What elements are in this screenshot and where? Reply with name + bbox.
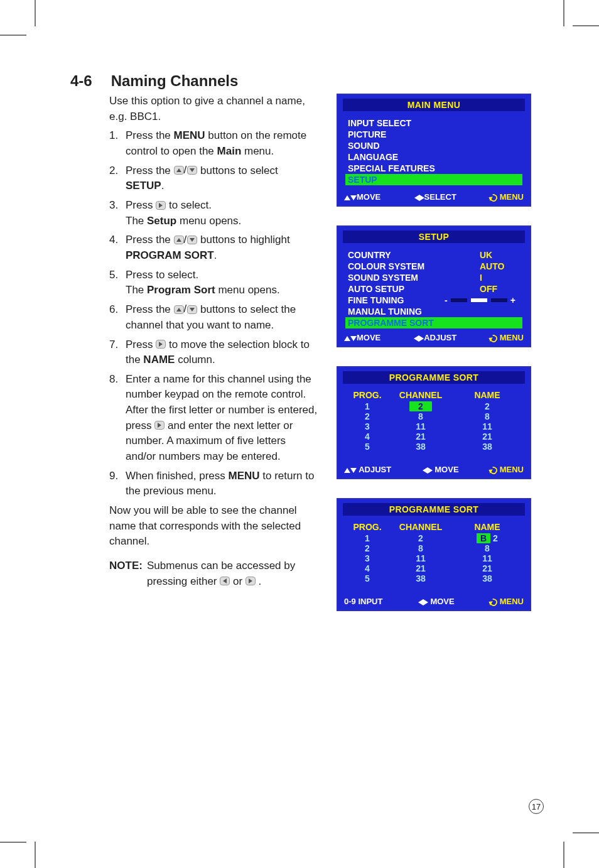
crop-mark bbox=[0, 35, 26, 36]
step-item: 2.Press the / buttons to select SETUP. bbox=[109, 163, 319, 194]
footer-menu: MENU bbox=[490, 192, 524, 202]
panel-title: PROGRAMME SORT bbox=[343, 371, 525, 384]
table-row[interactable]: 288 bbox=[345, 543, 522, 553]
step-body: Press to select.The Setup menu opens. bbox=[126, 198, 319, 229]
up-down-button-icon: / bbox=[174, 232, 198, 248]
note-text: or bbox=[233, 575, 246, 587]
crop-mark bbox=[563, 842, 564, 868]
step-item: 3.Press to select.The Setup menu opens. bbox=[109, 198, 319, 229]
tv-panel-programme-sort-2: PROGRAMME SORT PROG.CHANNELNAME12B 22883… bbox=[337, 498, 531, 611]
table-row[interactable]: 31111 bbox=[345, 553, 522, 563]
step-number: 8. bbox=[109, 372, 126, 465]
table-row[interactable]: 122 bbox=[345, 401, 522, 411]
menu-item[interactable]: SPECIAL FEATURES bbox=[345, 163, 522, 174]
table-row[interactable]: 42121 bbox=[345, 563, 522, 573]
table-row[interactable]: 12B 2 bbox=[345, 533, 522, 543]
crop-mark bbox=[573, 832, 599, 833]
table-header: PROG.CHANNELNAME bbox=[345, 390, 522, 400]
footer-move: MOVE bbox=[423, 465, 459, 474]
footer-select: SELECT bbox=[414, 192, 456, 202]
up-down-button-icon: / bbox=[174, 301, 198, 317]
step-number: 3. bbox=[109, 198, 126, 229]
menu-item[interactable]: PICTURE bbox=[345, 129, 522, 140]
note-text: . bbox=[259, 575, 262, 587]
crop-mark bbox=[0, 842, 26, 843]
step-item: 8.Enter a name for this channel using th… bbox=[109, 372, 319, 465]
menu-item[interactable]: COLOUR SYSTEMAUTO bbox=[345, 261, 522, 272]
crop-mark bbox=[563, 0, 564, 26]
step-item: 4.Press the / buttons to highlight PROGR… bbox=[109, 232, 319, 263]
footer-menu: MENU bbox=[490, 465, 524, 474]
menu-item[interactable]: MANUAL TUNING bbox=[345, 306, 522, 317]
right-button-icon bbox=[156, 340, 166, 349]
panel-title: SETUP bbox=[343, 231, 525, 243]
footer-move: MOVE bbox=[344, 333, 380, 342]
footer-adjust: ADJUST bbox=[344, 465, 391, 474]
step-body: Press to move the selection block to the… bbox=[126, 337, 319, 368]
screenshots-column: MAIN MENU INPUT SELECTPICTURESOUNDLANGUA… bbox=[337, 94, 531, 611]
step-body: Press the MENU button on the remote cont… bbox=[126, 128, 319, 159]
step-number: 4. bbox=[109, 232, 126, 263]
crop-mark bbox=[573, 25, 599, 26]
step-number: 2. bbox=[109, 163, 126, 194]
note-label: NOTE: bbox=[109, 558, 147, 589]
table-row[interactable]: 53838 bbox=[345, 573, 522, 583]
section-heading: 4-6 Naming Channels bbox=[70, 72, 537, 90]
step-body: Press to select.The Program Sort menu op… bbox=[126, 268, 319, 298]
step-item: 6.Press the / buttons to select the chan… bbox=[109, 302, 319, 333]
step-number: 9. bbox=[109, 469, 126, 499]
table-header: PROG.CHANNELNAME bbox=[345, 522, 522, 532]
instructions-column: Use this option to give a channel a name… bbox=[73, 94, 319, 611]
panel-title: PROGRAMME SORT bbox=[343, 503, 525, 516]
note-body: Submenus can be accessed by pressing eit… bbox=[147, 558, 319, 589]
menu-item[interactable]: AUTO SETUPOFF bbox=[345, 283, 522, 295]
table-row[interactable]: 288 bbox=[345, 411, 522, 421]
table-row[interactable]: 31111 bbox=[345, 421, 522, 431]
step-body: When finished, press MENU to return to t… bbox=[126, 469, 319, 499]
section-title: Naming Channels bbox=[111, 72, 239, 89]
table-row[interactable]: 53838 bbox=[345, 442, 522, 452]
step-body: Enter a name for this channel using the … bbox=[126, 372, 319, 465]
right-button-icon bbox=[246, 577, 256, 585]
step-item: 7.Press to move the selection block to t… bbox=[109, 337, 319, 368]
step-item: 9.When finished, press MENU to return to… bbox=[109, 469, 319, 499]
footer-move: MOVE bbox=[418, 597, 455, 606]
menu-item[interactable]: LANGUAGE bbox=[345, 151, 522, 163]
tv-panel-programme-sort-1: PROGRAMME SORT PROG.CHANNELNAME122288311… bbox=[337, 366, 531, 479]
note-block: NOTE: Submenus can be accessed by pressi… bbox=[109, 558, 319, 589]
menu-item[interactable]: COUNTRYUK bbox=[345, 249, 522, 261]
menu-item[interactable]: INPUT SELECT bbox=[345, 117, 522, 129]
section-number: 4-6 bbox=[70, 72, 107, 90]
crop-mark bbox=[35, 0, 36, 26]
footer-menu: MENU bbox=[490, 597, 524, 606]
step-body: Press the / buttons to select SETUP. bbox=[126, 163, 319, 194]
step-number: 5. bbox=[109, 268, 126, 298]
intro-text: Use this option to give a channel a name… bbox=[109, 94, 319, 124]
footer-move: MOVE bbox=[344, 192, 380, 202]
right-button-icon bbox=[154, 421, 165, 430]
menu-item[interactable]: FINE TUNING-+ bbox=[345, 295, 522, 306]
right-button-icon bbox=[156, 201, 166, 210]
crop-mark bbox=[35, 842, 36, 868]
menu-item[interactable]: PROGRAMME SORT bbox=[345, 317, 522, 328]
footer-adjust: ADJUST bbox=[414, 333, 456, 342]
step-body: Press the / buttons to highlight PROGRAM… bbox=[126, 232, 319, 263]
menu-item[interactable]: SETUP bbox=[345, 174, 522, 185]
step-item: 5.Press to select.The Program Sort menu … bbox=[109, 268, 319, 298]
footer-menu: MENU bbox=[490, 333, 524, 342]
left-button-icon bbox=[220, 577, 230, 585]
table-row[interactable]: 42121 bbox=[345, 431, 522, 442]
closing-text: Now you will be able to see the channel … bbox=[109, 503, 319, 550]
step-item: 1.Press the MENU button on the remote co… bbox=[109, 128, 319, 159]
footer-input: 0-9 INPUT bbox=[344, 597, 382, 606]
panel-title: MAIN MENU bbox=[343, 99, 525, 111]
menu-item[interactable]: SOUND bbox=[345, 140, 522, 151]
up-down-button-icon: / bbox=[174, 163, 198, 178]
step-number: 7. bbox=[109, 337, 126, 368]
step-number: 6. bbox=[109, 302, 126, 333]
tv-panel-setup: SETUP COUNTRYUKCOLOUR SYSTEMAUTOSOUND SY… bbox=[337, 225, 531, 347]
steps-list: 1.Press the MENU button on the remote co… bbox=[109, 128, 319, 499]
menu-item[interactable]: SOUND SYSTEMI bbox=[345, 272, 522, 283]
step-body: Press the / buttons to select the channe… bbox=[126, 302, 319, 333]
tv-panel-main-menu: MAIN MENU INPUT SELECTPICTURESOUNDLANGUA… bbox=[337, 94, 531, 207]
